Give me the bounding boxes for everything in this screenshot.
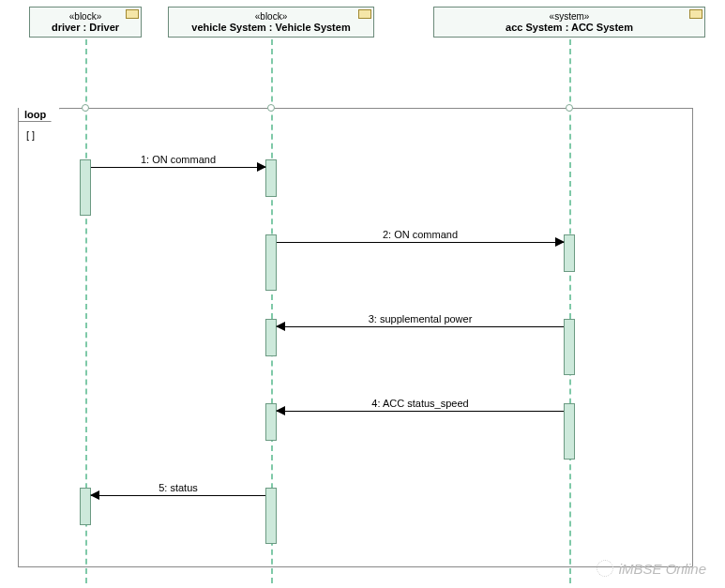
lifeline-head-acc[interactable]: «system» acc System : ACC System	[433, 7, 705, 38]
message-3[interactable]: 3: supplemental power	[277, 317, 564, 330]
loop-operator-label: loop	[18, 108, 60, 122]
message-line	[277, 326, 564, 327]
arrow-right-icon	[555, 237, 565, 247]
lifeline-head-driver[interactable]: «block» driver : Driver	[29, 7, 142, 38]
stereotype-label: «block»	[255, 11, 287, 22]
block-icon	[358, 9, 371, 19]
activation-bar	[80, 159, 91, 216]
arrow-left-icon	[276, 406, 285, 415]
arrow-right-icon	[257, 162, 266, 172]
message-label: 4: ACC status_speed	[277, 398, 564, 409]
lifeline-name: acc System : ACC System	[506, 22, 633, 33]
watermark-text: iMBSE Online	[619, 561, 706, 577]
message-line	[277, 411, 564, 412]
system-icon	[689, 9, 702, 19]
lifeline-name: vehicle System : Vehicle System	[191, 22, 350, 33]
message-line	[91, 167, 265, 168]
watermark: iMBSE Online	[597, 560, 706, 577]
message-line	[277, 242, 564, 243]
message-label: 3: supplemental power	[277, 313, 564, 324]
frame-anchor	[566, 104, 573, 112]
message-1[interactable]: 1: ON command	[91, 158, 265, 171]
message-5[interactable]: 5: status	[91, 486, 265, 499]
activation-bar	[564, 403, 575, 460]
stereotype-label: «system»	[550, 11, 590, 22]
watermark-icon	[597, 560, 613, 577]
frame-anchor	[267, 104, 275, 112]
loop-guard: [ ]	[26, 129, 35, 141]
arrow-left-icon	[276, 322, 285, 331]
message-4[interactable]: 4: ACC status_speed	[277, 401, 564, 415]
message-line	[91, 495, 265, 496]
message-2[interactable]: 2: ON command	[277, 233, 564, 246]
activation-bar	[265, 488, 277, 544]
stereotype-label: «block»	[69, 11, 101, 22]
lifeline-head-vehicle[interactable]: «block» vehicle System : Vehicle System	[168, 7, 374, 38]
activation-bar	[564, 234, 575, 272]
activation-bar	[265, 159, 277, 197]
message-label: 2: ON command	[277, 229, 564, 240]
activation-bar	[265, 234, 277, 291]
block-icon	[126, 9, 139, 19]
frame-anchor	[82, 104, 89, 112]
message-label: 1: ON command	[91, 154, 265, 165]
arrow-left-icon	[90, 490, 99, 500]
message-label: 5: status	[91, 482, 265, 493]
activation-bar	[564, 319, 575, 375]
lifeline-name: driver : Driver	[52, 22, 119, 33]
